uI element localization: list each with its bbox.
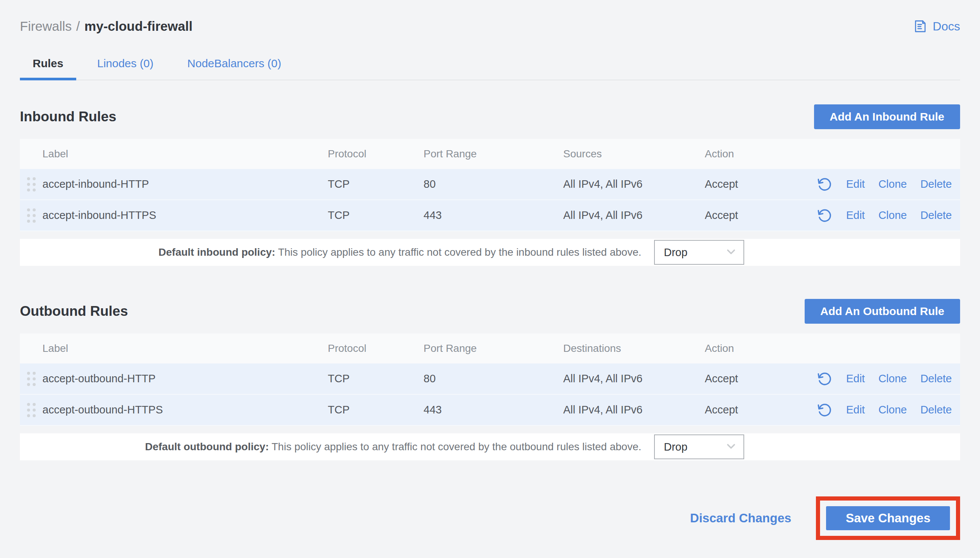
inbound-rules-table: Label Protocol Port Range Sources Action… (20, 139, 960, 266)
inbound-rules-section: Inbound Rules Add An Inbound Rule Label … (20, 104, 960, 266)
row-actions: Edit Clone Delete (814, 177, 960, 192)
table-row: accept-outbound-HTTPS TCP 443 All IPv4, … (20, 395, 960, 426)
rule-destinations: All IPv4, All IPv6 (563, 373, 705, 385)
drag-dots-icon (27, 372, 36, 386)
footer-actions: Discard Changes Save Changes (20, 496, 960, 540)
row-actions: Edit Clone Delete (814, 402, 960, 418)
breadcrumb-separator: / (76, 19, 80, 34)
rule-port-range: 80 (424, 178, 563, 190)
column-label: Label (43, 148, 328, 160)
tab-nodebalancers[interactable]: NodeBalancers (0) (175, 51, 294, 80)
column-port-range: Port Range (424, 148, 563, 160)
column-protocol: Protocol (328, 343, 424, 354)
outbound-policy-row: Default outbound policy: This policy app… (20, 433, 960, 460)
undo-icon[interactable] (818, 371, 833, 386)
save-changes-button[interactable]: Save Changes (826, 506, 950, 530)
inbound-policy-label: Default inbound policy: (159, 246, 275, 258)
chevron-down-icon (726, 246, 737, 259)
outbound-policy-select[interactable]: Drop (654, 435, 744, 459)
clone-link[interactable]: Clone (878, 404, 907, 416)
column-destinations: Destinations (563, 343, 705, 354)
rule-label: accept-inbound-HTTP (43, 178, 328, 190)
row-actions: Edit Clone Delete (814, 371, 960, 386)
rule-sources: All IPv4, All IPv6 (563, 209, 705, 222)
tab-rules[interactable]: Rules (20, 51, 76, 80)
table-row: accept-inbound-HTTPS TCP 443 All IPv4, A… (20, 200, 960, 231)
rule-destinations: All IPv4, All IPv6 (563, 404, 705, 416)
edit-link[interactable]: Edit (846, 178, 865, 190)
outbound-policy-label: Default outbound policy: (145, 441, 269, 453)
drag-handle[interactable] (20, 177, 43, 192)
rule-action: Accept (705, 373, 814, 385)
rule-port-range: 443 (424, 209, 563, 222)
rule-protocol: TCP (328, 373, 424, 385)
breadcrumb: Firewalls / my-cloud-firewall (20, 19, 193, 34)
outbound-policy-value: Drop (664, 441, 688, 453)
add-inbound-rule-button[interactable]: Add An Inbound Rule (814, 104, 960, 129)
tab-bar: Rules Linodes (0) NodeBalancers (0) (20, 51, 960, 80)
delete-link[interactable]: Delete (920, 373, 952, 385)
rule-sources: All IPv4, All IPv6 (563, 178, 705, 190)
rule-action: Accept (705, 209, 814, 222)
row-actions: Edit Clone Delete (814, 208, 960, 223)
docs-link[interactable]: Docs (913, 19, 960, 33)
delete-link[interactable]: Delete (920, 178, 952, 190)
drag-dots-icon (27, 177, 36, 192)
clone-link[interactable]: Clone (878, 178, 907, 190)
undo-icon[interactable] (818, 402, 833, 418)
outbound-section-header: Outbound Rules Add An Outbound Rule (20, 299, 960, 324)
rule-label: accept-inbound-HTTPS (43, 209, 328, 222)
rule-protocol: TCP (328, 178, 424, 190)
edit-link[interactable]: Edit (846, 373, 865, 385)
rule-action: Accept (705, 178, 814, 190)
table-row: accept-inbound-HTTP TCP 80 All IPv4, All… (20, 169, 960, 200)
inbound-policy-select[interactable]: Drop (654, 240, 744, 265)
delete-link[interactable]: Delete (920, 404, 952, 416)
edit-link[interactable]: Edit (846, 209, 865, 222)
drag-dots-icon (27, 403, 36, 417)
drag-handle[interactable] (20, 208, 43, 223)
outbound-policy-description: Default outbound policy: This policy app… (20, 441, 654, 453)
delete-link[interactable]: Delete (920, 209, 952, 222)
firewall-detail-page: Firewalls / my-cloud-firewall Docs Rules… (20, 0, 960, 540)
topbar: Firewalls / my-cloud-firewall Docs (20, 19, 960, 34)
inbound-section-header: Inbound Rules Add An Inbound Rule (20, 104, 960, 129)
inbound-table-header: Label Protocol Port Range Sources Action (20, 139, 960, 169)
clone-link[interactable]: Clone (878, 209, 907, 222)
drag-handle[interactable] (20, 403, 43, 417)
page-title: my-cloud-firewall (85, 19, 193, 34)
outbound-rules-section: Outbound Rules Add An Outbound Rule Labe… (20, 299, 960, 460)
undo-icon[interactable] (818, 208, 833, 223)
inbound-rules-title: Inbound Rules (20, 109, 116, 125)
drag-dots-icon (27, 208, 36, 223)
undo-icon[interactable] (818, 177, 833, 192)
drag-handle[interactable] (20, 372, 43, 386)
rule-port-range: 443 (424, 404, 563, 416)
column-port-range: Port Range (424, 343, 563, 354)
annotation-highlight-box: Save Changes (816, 496, 960, 540)
column-sources: Sources (563, 148, 705, 160)
inbound-policy-description: Default inbound policy: This policy appl… (20, 246, 654, 258)
rule-protocol: TCP (328, 209, 424, 222)
column-action: Action (705, 148, 814, 160)
outbound-table-header: Label Protocol Port Range Destinations A… (20, 333, 960, 363)
breadcrumb-firewalls-link[interactable]: Firewalls (20, 19, 72, 34)
docs-icon (913, 19, 928, 33)
rule-port-range: 80 (424, 373, 563, 385)
chevron-down-icon (726, 440, 737, 453)
outbound-rules-title: Outbound Rules (20, 304, 128, 319)
discard-changes-link[interactable]: Discard Changes (690, 511, 792, 525)
rule-action: Accept (705, 404, 814, 416)
add-outbound-rule-button[interactable]: Add An Outbound Rule (805, 299, 960, 324)
rule-protocol: TCP (328, 404, 424, 416)
table-row: accept-outbound-HTTP TCP 80 All IPv4, Al… (20, 363, 960, 395)
inbound-policy-value: Drop (664, 246, 688, 259)
tab-linodes[interactable]: Linodes (0) (85, 51, 166, 80)
clone-link[interactable]: Clone (878, 373, 907, 385)
column-protocol: Protocol (328, 148, 424, 160)
rule-label: accept-outbound-HTTP (43, 373, 328, 385)
outbound-rules-table: Label Protocol Port Range Destinations A… (20, 333, 960, 460)
edit-link[interactable]: Edit (846, 404, 865, 416)
column-label: Label (43, 343, 328, 354)
inbound-policy-row: Default inbound policy: This policy appl… (20, 239, 960, 266)
